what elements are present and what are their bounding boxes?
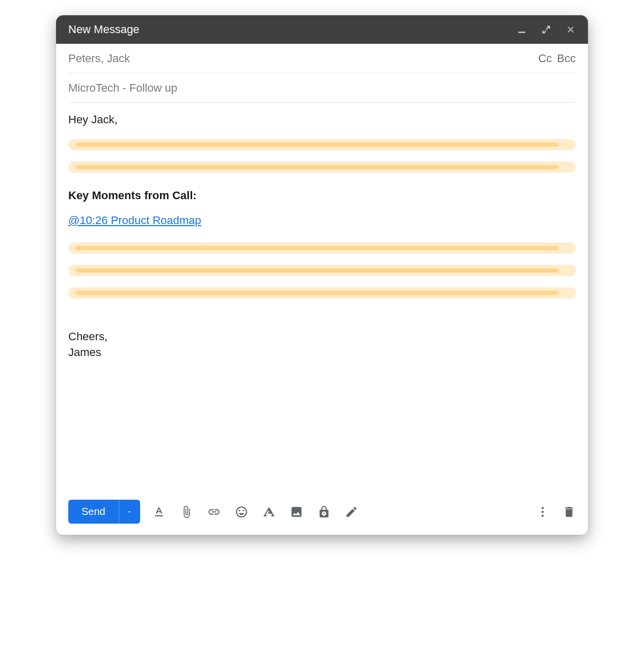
- close-icon: [566, 24, 576, 35]
- subject-field-row[interactable]: MicroTech - Follow up: [68, 73, 576, 103]
- titlebar: New Message: [56, 15, 588, 44]
- right-toolbar: [536, 505, 576, 519]
- drive-icon: [262, 505, 276, 519]
- closing-signature: James: [68, 345, 576, 361]
- placeholder-line: [68, 265, 576, 276]
- discard-button[interactable]: [562, 505, 576, 519]
- trash-icon: [562, 505, 576, 519]
- insert-signature-button[interactable]: [345, 505, 358, 519]
- expand-icon: [541, 24, 551, 35]
- placeholder-line: [68, 161, 576, 173]
- subject-field-value: MicroTech - Follow up: [68, 82, 177, 95]
- formatting-button[interactable]: [152, 505, 166, 519]
- svg-point-1: [542, 507, 544, 509]
- placeholder-line: [68, 287, 576, 298]
- send-more-button[interactable]: [119, 500, 140, 524]
- insert-drive-button[interactable]: [262, 505, 276, 519]
- close-button[interactable]: [566, 24, 576, 35]
- section-title: Key Moments from Call:: [68, 188, 576, 204]
- emoji-icon: [235, 505, 248, 519]
- closing-text: Cheers, James: [68, 329, 576, 361]
- cc-button[interactable]: Cc: [538, 52, 552, 65]
- attach-button[interactable]: [180, 505, 193, 519]
- window-title: New Message: [68, 23, 139, 36]
- closing-salutation: Cheers,: [68, 329, 576, 345]
- expand-button[interactable]: [541, 24, 551, 35]
- svg-rect-0: [518, 32, 525, 33]
- greeting-text: Hey Jack,: [68, 112, 576, 128]
- bottom-toolbar: Send: [56, 492, 588, 535]
- insert-link-button[interactable]: [207, 505, 221, 519]
- placeholder-line: [68, 139, 576, 150]
- placeholder-line: [68, 242, 576, 254]
- more-vertical-icon: [536, 505, 549, 519]
- to-field-row[interactable]: Peters, Jack Cc Bcc: [68, 44, 576, 73]
- send-button[interactable]: Send: [68, 500, 119, 524]
- more-options-button[interactable]: [536, 505, 549, 519]
- text-format-icon: [152, 505, 166, 519]
- titlebar-actions: [517, 24, 576, 35]
- minimize-button[interactable]: [517, 24, 527, 35]
- message-body[interactable]: Hey Jack, Key Moments from Call: @10:26 …: [56, 103, 588, 492]
- bcc-button[interactable]: Bcc: [557, 52, 576, 65]
- link-icon: [207, 505, 221, 519]
- to-field-value: Peters, Jack: [68, 52, 130, 65]
- minimize-icon: [517, 24, 527, 35]
- svg-point-2: [542, 510, 544, 512]
- send-button-group: Send: [68, 500, 140, 524]
- svg-point-3: [542, 514, 544, 517]
- insert-image-button[interactable]: [290, 505, 303, 519]
- paperclip-icon: [180, 505, 193, 519]
- lock-clock-icon: [317, 505, 331, 519]
- image-icon: [290, 505, 303, 519]
- chevron-down-icon: [126, 509, 132, 515]
- pen-icon: [345, 505, 358, 519]
- compose-window: New Message Peters, Jack Cc Bcc MicroTec…: [56, 15, 588, 535]
- header-fields: Peters, Jack Cc Bcc MicroTech - Follow u…: [56, 44, 588, 103]
- insert-emoji-button[interactable]: [235, 505, 248, 519]
- format-tools: [152, 505, 358, 519]
- moment-link[interactable]: @10:26 Product Roadmap: [68, 213, 201, 229]
- confidential-mode-button[interactable]: [317, 505, 331, 519]
